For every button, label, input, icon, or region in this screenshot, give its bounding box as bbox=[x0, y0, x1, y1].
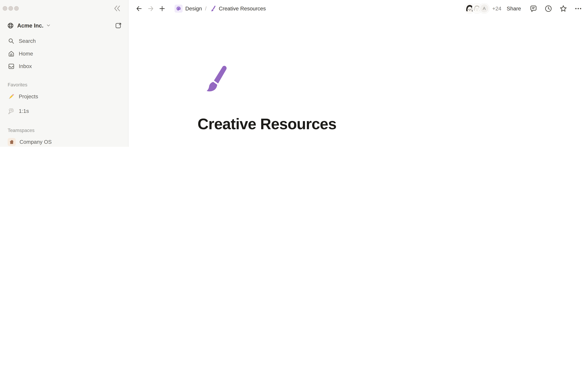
sidebar-item-label: Inbox bbox=[19, 63, 32, 69]
paintbrush-icon bbox=[210, 5, 216, 12]
pencil-icon bbox=[8, 93, 15, 100]
page-content: Creative Resources Make a request Design… bbox=[129, 17, 588, 147]
sidebar-item-inbox[interactable]: Inbox bbox=[3, 60, 125, 72]
sidebar-item-projects[interactable]: Projects bbox=[3, 90, 125, 103]
window-controls[interactable] bbox=[3, 6, 19, 11]
main-area: Design / Creative Resources A +24 Share bbox=[129, 0, 588, 147]
avatar-initial[interactable]: A bbox=[479, 3, 489, 13]
sidebar-collapse-icon[interactable] bbox=[113, 4, 121, 13]
breadcrumb: Design / Creative Resources bbox=[174, 4, 266, 13]
workspace-name: Acme Inc. bbox=[17, 23, 43, 29]
notion-app-window: Acme Inc. Search Home bbox=[0, 0, 588, 147]
sidebar-section-favorites[interactable]: Favorites bbox=[8, 82, 128, 88]
favorite-star-icon[interactable] bbox=[559, 4, 568, 13]
collaborators-overflow-count[interactable]: +24 bbox=[492, 5, 501, 11]
sidebar-section-teamspaces[interactable]: Teamspaces bbox=[8, 128, 128, 133]
more-options-icon[interactable] bbox=[573, 4, 583, 13]
thought-bubble-icon bbox=[8, 107, 15, 115]
breadcrumb-teamspace[interactable]: Design bbox=[185, 5, 202, 11]
breadcrumb-separator: / bbox=[205, 5, 207, 11]
compose-icon[interactable] bbox=[115, 22, 122, 29]
globe-icon bbox=[7, 22, 14, 29]
sidebar-item-label: Projects bbox=[19, 93, 38, 100]
back-icon[interactable] bbox=[134, 3, 144, 13]
sidebar-item-label: 1:1s bbox=[19, 108, 29, 114]
comments-icon[interactable] bbox=[529, 4, 538, 13]
forward-icon[interactable] bbox=[146, 3, 156, 13]
sidebar-item-label: Home bbox=[19, 50, 33, 57]
sidebar-item-company-os[interactable]: Company OS bbox=[3, 135, 125, 147]
window-zoom-button[interactable] bbox=[14, 6, 19, 11]
topbar: Design / Creative Resources A +24 Share bbox=[129, 0, 588, 17]
chevron-down-icon bbox=[46, 23, 51, 30]
page-icon-paintbrush[interactable] bbox=[199, 64, 229, 94]
search-icon bbox=[8, 37, 15, 45]
house-icon bbox=[8, 138, 16, 146]
page-title: Creative Resources bbox=[198, 116, 542, 133]
sidebar-item-search[interactable]: Search bbox=[3, 35, 125, 47]
breadcrumb-page[interactable]: Creative Resources bbox=[219, 5, 266, 11]
workspace-switcher[interactable]: Acme Inc. bbox=[5, 19, 124, 32]
sidebar-item-home[interactable]: Home bbox=[3, 47, 125, 60]
share-button[interactable]: Share bbox=[507, 5, 521, 11]
topbar-right: A +24 Share bbox=[465, 3, 583, 13]
sidebar-header bbox=[0, 0, 128, 17]
sidebar: Acme Inc. Search Home bbox=[0, 0, 129, 147]
design-teamspace-palette-icon[interactable] bbox=[174, 4, 183, 13]
collaborator-avatars[interactable]: A bbox=[465, 3, 489, 13]
new-page-icon[interactable] bbox=[157, 3, 167, 13]
sidebar-item-1-1s[interactable]: 1:1s bbox=[3, 104, 125, 117]
home-icon bbox=[8, 50, 15, 57]
sidebar-item-label: Company OS bbox=[20, 139, 52, 145]
sidebar-item-label: Search bbox=[19, 38, 36, 44]
window-close-button[interactable] bbox=[3, 6, 7, 11]
inbox-icon bbox=[8, 63, 15, 70]
updates-clock-icon[interactable] bbox=[544, 4, 553, 13]
window-minimize-button[interactable] bbox=[9, 6, 13, 11]
